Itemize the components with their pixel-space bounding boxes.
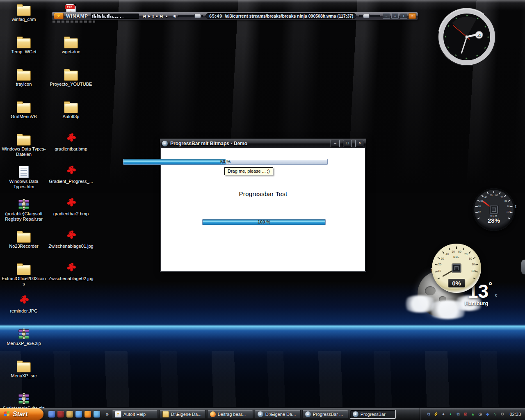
- codec-icon[interactable]: ◐: [447, 411, 454, 417]
- desktop-icon-windows-data-types-htm[interactable]: Windows Data Types.htm: [0, 164, 48, 195]
- winamp-shade-button[interactable]: T: [400, 13, 407, 19]
- progressbar-50-draggable[interactable]: 50 %: [123, 159, 328, 165]
- winamp-transport-controls: |◀▶||■▶|▲: [142, 14, 169, 18]
- stop-button[interactable]: ■: [155, 14, 159, 18]
- quicklaunch-globe-icon[interactable]: [75, 411, 82, 418]
- desktop-icon-menuxp-src[interactable]: MenuXP_src: [0, 358, 48, 390]
- taskbar-button-label: ProgressBar: [361, 412, 386, 417]
- icon-label: MenuXP_src: [0, 373, 48, 379]
- desktop-icon-portable-glarysoft-registry-repair-rar[interactable]: (portable)Glarysoft Registry Repair.rar: [0, 196, 48, 228]
- security-shield-icon[interactable]: ◆: [484, 411, 491, 417]
- gauge-tick: [504, 195, 506, 197]
- pause-button[interactable]: ||: [151, 14, 154, 18]
- folder-icon: [17, 67, 31, 81]
- desktop-icon-no23recorder[interactable]: No23Recorder: [0, 229, 48, 260]
- memory-gauge-gadget[interactable]: MEM 28% 102030405060708090100: [472, 188, 515, 231]
- winamp-close-button[interactable]: ×: [409, 13, 416, 19]
- image-file-icon: [64, 229, 78, 243]
- scheduler-icon[interactable]: ◷: [477, 411, 483, 417]
- analog-clock-gadget[interactable]: 11: [436, 7, 497, 67]
- desktop-icon-extractoffice2003icons[interactable]: ExtractOffice2003icons: [0, 261, 48, 292]
- desktop-icon-windows-data-types-dateien[interactable]: Windows Data Types-Dateien: [0, 132, 48, 163]
- maximize-button[interactable]: □: [343, 140, 352, 147]
- weather-unit: c: [495, 292, 498, 297]
- usb-eject-icon[interactable]: ▲: [470, 411, 476, 417]
- gauge-tick: [463, 248, 464, 250]
- swoosh-icon[interactable]: ∿: [492, 411, 498, 417]
- winamp-minimize-button[interactable]: –: [383, 13, 390, 19]
- gauge-tick: [435, 271, 438, 272]
- icon-label: Zwischenablage02.jpg: [47, 276, 95, 281]
- desktop-icon-column-1: winfaq_chmTemp_WGettrayiconGrafMenuVBWin…: [0, 1, 48, 420]
- winamp-track-display: 65:49 /al3/current streams/breaks/breaks…: [205, 13, 356, 19]
- taskbar-button-progressbar[interactable]: ▲ProgressBar: [350, 410, 396, 419]
- winamp-visualizer: [91, 14, 139, 19]
- desktop-icon-zwischenablage01-jpg[interactable]: Zwischenablage01.jpg: [47, 229, 95, 260]
- quicklaunch-editor-icon[interactable]: [48, 411, 55, 418]
- gauge-scale-number: 20: [438, 263, 441, 266]
- tray-clock[interactable]: 02:33: [509, 412, 521, 417]
- quicklaunch-media-icon[interactable]: [57, 411, 64, 418]
- gauge-tick: [508, 217, 510, 219]
- firefox-icon: [210, 411, 216, 417]
- icon-label: AutoIt3p: [47, 114, 95, 119]
- taskbar-button-progressbar[interactable]: ▲ProgressBar ...: [302, 410, 348, 419]
- progressbar-100-text: 100 %: [203, 219, 325, 225]
- quick-launch-overflow-chevron[interactable]: »: [106, 411, 109, 417]
- taskbar-button-autoit-help[interactable]: ?AutoIt Help: [112, 410, 158, 419]
- desktop-icon-gradientbar2-bmp[interactable]: gradientbar2.bmp: [47, 196, 95, 228]
- desktop-icon-trayicon[interactable]: trayicon: [0, 67, 48, 98]
- taskbar-button-d-eigene-da[interactable]: ▲D:\Eigene Da...: [255, 410, 301, 419]
- network-disconnected-icon[interactable]: ⊠: [462, 411, 468, 417]
- window-title-bar[interactable]: ▲ ProgressBar mit Bitmaps - Demo – □ ×: [160, 139, 366, 148]
- desktop-icon-column-2: PDFλwget-docProyecto_YOUTUBEAutoIt3pgrad…: [47, 1, 95, 292]
- quicklaunch-firefox-icon[interactable]: [84, 411, 91, 418]
- desktop-icon-autoit3p[interactable]: AutoIt3p: [47, 99, 95, 130]
- close-button[interactable]: ×: [355, 140, 364, 147]
- progressbar-100[interactable]: 100 %: [202, 219, 326, 225]
- network-2-icon[interactable]: ⧉: [455, 411, 461, 417]
- eject-button[interactable]: ▲: [164, 14, 169, 18]
- desktop-icon-temp-wget[interactable]: Temp_WGet: [0, 34, 48, 66]
- minimize-button[interactable]: –: [331, 140, 340, 147]
- desktop-icon-proyecto-youtube[interactable]: Proyecto_YOUTUBE: [47, 67, 95, 98]
- winamp-track-title: /al3/current streams/breaks/breaks ninja…: [225, 14, 353, 18]
- winamp-restore-button[interactable]: □: [391, 13, 399, 19]
- gauge-scale-number: 20: [478, 205, 481, 208]
- image-file-icon: [64, 132, 78, 146]
- taskbar-button-beitrag-bear[interactable]: Beitrag bear...: [207, 410, 253, 419]
- desktop-icon-wget-doc[interactable]: wget-doc: [47, 34, 95, 66]
- desktop-icon-menuxp-exe-zip[interactable]: MenuXP_exe.zip: [0, 326, 48, 357]
- settings-gears-icon[interactable]: ⚙: [499, 411, 505, 417]
- winamp-player-bar[interactable]: ⚡ WINAMP |◀▶||■▶|▲ ◀)) 65:49 /al3/curren…: [51, 12, 418, 20]
- seek-slider[interactable]: [359, 15, 380, 17]
- speaker-icon: ◀)): [171, 14, 177, 18]
- desktop-icon-gradientbar-bmp[interactable]: gradientbar.bmp: [47, 132, 95, 163]
- folder-icon: [162, 411, 169, 418]
- network-status-icon[interactable]: ⧉: [425, 411, 431, 417]
- play-button[interactable]: ▶: [146, 14, 151, 18]
- gauge-scale-number: 60: [458, 250, 461, 253]
- quicklaunch-gold-icon[interactable]: [66, 411, 73, 418]
- window-client-area: Progressbar Test 100 %: [161, 148, 365, 271]
- gauge-tick: [442, 251, 444, 254]
- desktop-icon-winfaq-chm[interactable]: winfaq_chm: [0, 2, 48, 33]
- taskbar-button-d-eigene-da[interactable]: D:\Eigene Da...: [160, 410, 205, 419]
- folder-icon: [17, 34, 31, 48]
- desktop-icon-zwischenablage02-jpg[interactable]: Zwischenablage02.jpg: [47, 261, 95, 292]
- desktop-icon-gradient-progress[interactable]: Gradient_Progress_...: [47, 164, 95, 195]
- desktop-icon-reminder-jpg[interactable]: reminder.JPG: [0, 294, 48, 325]
- icon-label: reminder.JPG: [0, 308, 48, 314]
- quicklaunch-bird-icon[interactable]: [94, 411, 100, 418]
- lightning-icon[interactable]: ⚡: [433, 411, 439, 417]
- gauge-tick: [475, 206, 478, 207]
- folder-icon: [64, 34, 78, 48]
- volume-slider[interactable]: [178, 15, 203, 17]
- desktop-icon-grafmenuvb[interactable]: GrafMenuVB: [0, 99, 48, 130]
- cpu-gauge-gadget[interactable]: MHz 0% 102030405060708090100: [432, 244, 481, 293]
- next-button[interactable]: ▶|: [159, 14, 164, 18]
- icon-label: Gradient_Progress_...: [47, 179, 95, 184]
- start-button[interactable]: Start: [0, 408, 43, 420]
- dialer-icon[interactable]: ●: [440, 411, 446, 417]
- previous-button[interactable]: |◀: [142, 14, 146, 18]
